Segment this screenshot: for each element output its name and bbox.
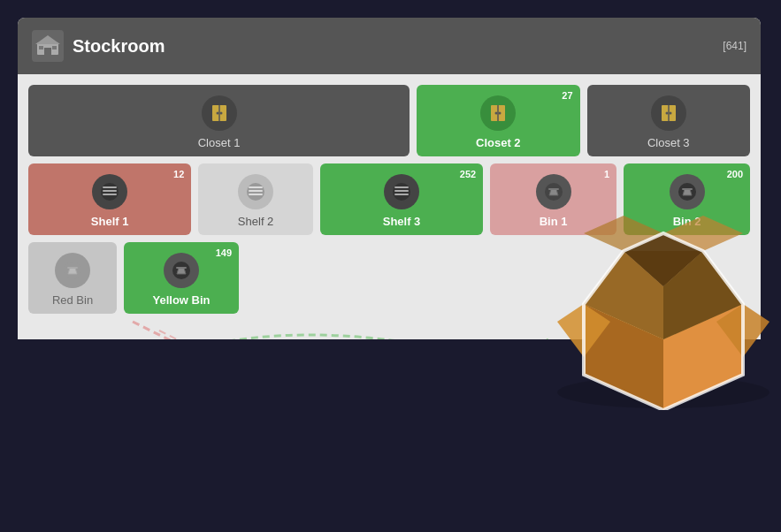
svg-rect-24: [249, 186, 263, 188]
svg-rect-36: [176, 267, 187, 269]
shelves-group: 12 Shelf 1: [28, 163, 483, 235]
svg-point-15: [665, 112, 668, 115]
svg-rect-27: [394, 194, 409, 195]
stockroom-icon: [32, 30, 64, 62]
shelf-2-label: Shelf 2: [238, 215, 273, 228]
shelf-3-label: Shelf 3: [383, 215, 421, 228]
closet-1-label: Closet 1: [198, 136, 241, 149]
yellow-bin-count: 149: [216, 247, 232, 258]
stockroom-badge: [641]: [723, 40, 747, 52]
bin-1-count: 1: [604, 169, 609, 179]
closet-2-count: 27: [562, 90, 572, 101]
shelf-3[interactable]: 252 Shelf 3: [320, 163, 483, 235]
svg-rect-3: [39, 46, 43, 49]
yellow-bin[interactable]: 149 Yellow Bin: [124, 242, 239, 314]
closet-3-label: Closet 3: [647, 136, 690, 149]
red-bin[interactable]: Red Bin: [28, 242, 117, 314]
svg-rect-20: [103, 186, 117, 188]
closet-3-icon: [651, 95, 686, 131]
stockroom-header: Stockroom [641]: [18, 18, 761, 74]
svg-point-11: [495, 112, 498, 115]
svg-rect-26: [394, 190, 409, 192]
shelf-1-count: 12: [173, 169, 184, 179]
stockroom-container: Stockroom [641]: [18, 18, 761, 339]
shelf-2-icon: [238, 174, 273, 209]
svg-point-12: [499, 112, 502, 115]
svg-marker-1: [35, 35, 60, 44]
svg-rect-23: [249, 194, 263, 195]
closet-2[interactable]: 27 Closet 2: [417, 85, 579, 156]
shelf-1-label: Shelf 1: [91, 215, 129, 228]
closet-2-label: Closet 2: [476, 136, 521, 149]
svg-rect-2: [44, 48, 51, 55]
header-left: Stockroom: [32, 30, 165, 62]
svg-point-16: [669, 112, 671, 115]
closet-1[interactable]: Closet 1: [28, 85, 410, 156]
yellow-bin-label: Yellow Bin: [152, 293, 210, 307]
svg-point-7: [216, 112, 218, 115]
shelf-1[interactable]: 12 Shelf 1: [28, 163, 191, 235]
closet-row: Closet 1 27 Closet 2: [28, 85, 750, 156]
yellow-bin-icon: [164, 253, 199, 288]
closet-2-icon: [480, 95, 516, 131]
svg-rect-4: [52, 46, 57, 49]
closet-1-icon: [202, 95, 237, 131]
box-image: [540, 180, 781, 410]
stockroom-title: Stockroom: [73, 36, 165, 57]
shelf-2[interactable]: Shelf 2: [198, 163, 313, 235]
svg-rect-22: [249, 190, 263, 192]
red-bin-icon: [55, 253, 90, 288]
svg-rect-19: [103, 194, 117, 195]
svg-rect-28: [394, 186, 409, 188]
svg-point-8: [219, 112, 222, 115]
closet-3[interactable]: Closet 3: [587, 85, 750, 156]
shelf-1-icon: [92, 174, 127, 209]
shelf-3-count: 252: [460, 169, 476, 179]
shelf-3-icon: [384, 174, 419, 209]
grid-area: Closet 1 27 Closet 2: [18, 74, 761, 339]
svg-rect-34: [67, 267, 78, 269]
svg-rect-18: [103, 190, 117, 192]
bin-2-count: 200: [727, 169, 743, 179]
red-bin-label: Red Bin: [52, 293, 93, 307]
